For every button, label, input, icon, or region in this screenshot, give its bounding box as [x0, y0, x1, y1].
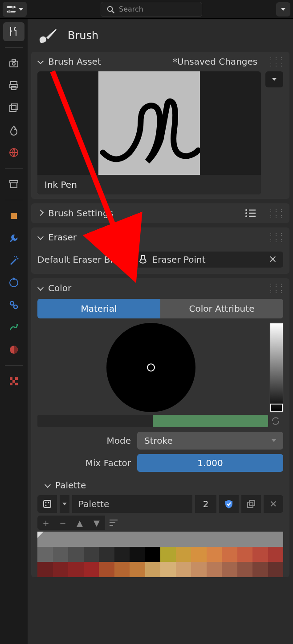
fake-user-toggle[interactable]	[219, 495, 239, 513]
tab-texture[interactable]	[3, 372, 24, 391]
swatch[interactable]	[99, 547, 114, 562]
swatch[interactable]	[37, 562, 53, 577]
swatch[interactable]	[84, 547, 99, 562]
swatch[interactable]	[237, 562, 253, 577]
palette-browse-button[interactable]	[37, 495, 57, 513]
tab-world[interactable]	[3, 143, 24, 162]
tab-color-attribute[interactable]: Color Attribute	[160, 299, 283, 318]
swatch[interactable]	[130, 547, 145, 562]
tab-effects[interactable]	[3, 251, 24, 270]
swatch[interactable]	[160, 532, 176, 547]
tab-render[interactable]	[3, 54, 24, 73]
color-swatch-pair[interactable]	[37, 415, 268, 427]
brush-dropdown-button[interactable]	[265, 71, 283, 87]
swatch[interactable]	[207, 562, 222, 577]
tab-tool[interactable]	[3, 22, 24, 41]
eraser-brush-selector[interactable]: Eraser Point ✕	[134, 252, 283, 268]
swatch[interactable]	[37, 532, 53, 547]
swatch[interactable]	[222, 547, 237, 562]
swatch[interactable]	[176, 532, 191, 547]
tab-data[interactable]	[3, 318, 24, 337]
tab-object[interactable]	[3, 206, 24, 225]
swatch[interactable]	[114, 547, 130, 562]
panel-header-brush-settings[interactable]: Brush Settings : : :: : :	[31, 203, 289, 223]
swatch[interactable]	[176, 562, 191, 577]
swatch[interactable]	[84, 562, 99, 577]
swatch[interactable]	[191, 562, 207, 577]
palette-move-down-button[interactable]: ▼	[88, 516, 105, 530]
swatch[interactable]	[114, 562, 130, 577]
new-palette-button[interactable]	[241, 495, 261, 513]
sub-panel-palette-header[interactable]: Palette	[31, 472, 289, 494]
brush-preview[interactable]: Ink Pen	[37, 71, 261, 194]
swap-colors-button[interactable]	[268, 415, 283, 427]
swatch[interactable]	[145, 562, 161, 577]
tab-constraints[interactable]	[3, 296, 24, 314]
palette-swatches[interactable]	[31, 530, 289, 577]
swatch[interactable]	[268, 547, 284, 562]
value-slider[interactable]	[270, 323, 283, 412]
swatch[interactable]	[68, 532, 84, 547]
list-icon[interactable]	[245, 208, 256, 218]
tab-modifier[interactable]	[3, 229, 24, 248]
swatch[interactable]	[53, 532, 69, 547]
swatch[interactable]	[130, 562, 145, 577]
swatch[interactable]	[84, 532, 99, 547]
swatch[interactable]	[176, 547, 191, 562]
palette-move-up-button[interactable]: ▲	[71, 516, 88, 530]
grip-icon[interactable]: : : :: : :	[270, 55, 283, 68]
palette-users-count[interactable]: 2	[195, 495, 216, 513]
search-input[interactable]: Search	[101, 2, 202, 17]
grip-icon[interactable]: : : :: : :	[270, 207, 283, 219]
mix-factor-slider[interactable]: 1.000	[137, 454, 283, 472]
tab-viewlayer[interactable]	[3, 99, 24, 117]
grip-icon[interactable]: : : :: : :	[270, 231, 283, 244]
swatch[interactable]	[207, 532, 222, 547]
swatch[interactable]	[53, 562, 69, 577]
swatch[interactable]	[222, 562, 237, 577]
context-switcher[interactable]	[3, 2, 27, 17]
swatch[interactable]	[268, 562, 284, 577]
swatch[interactable]	[68, 547, 84, 562]
tab-physics[interactable]	[3, 273, 24, 292]
swatch[interactable]	[68, 562, 84, 577]
panel-header-color[interactable]: Color : : :: : :	[31, 278, 289, 298]
grip-icon[interactable]: : : :: : :	[270, 282, 283, 294]
tab-material[interactable]	[3, 340, 24, 359]
swatch[interactable]	[145, 532, 161, 547]
swatch[interactable]	[37, 547, 53, 562]
swatch[interactable]	[207, 547, 222, 562]
palette-sort-button[interactable]	[105, 516, 283, 530]
palette-name-input[interactable]: Palette	[72, 495, 192, 513]
tab-collection[interactable]	[3, 175, 24, 194]
clear-button[interactable]: ✕	[267, 255, 279, 264]
swatch[interactable]	[191, 547, 207, 562]
swatch[interactable]	[114, 532, 130, 547]
mode-select[interactable]: Stroke	[137, 432, 283, 450]
panel-header-brush-asset[interactable]: Brush Asset *Unsaved Changes : : :: : :	[31, 52, 289, 71]
tab-scene[interactable]	[3, 121, 24, 140]
swatch[interactable]	[145, 547, 161, 562]
swatch[interactable]	[252, 547, 268, 562]
swatch[interactable]	[99, 562, 114, 577]
swatch[interactable]	[268, 532, 284, 547]
palette-remove-button[interactable]: −	[54, 516, 71, 530]
swatch[interactable]	[53, 547, 69, 562]
swatch[interactable]	[237, 547, 253, 562]
swatch[interactable]	[160, 562, 176, 577]
color-wheel[interactable]	[106, 323, 195, 412]
options-menu-button[interactable]	[276, 2, 290, 17]
swatch[interactable]	[130, 532, 145, 547]
palette-add-button[interactable]: +	[37, 516, 54, 530]
swatch[interactable]	[252, 562, 268, 577]
swatch[interactable]	[160, 547, 176, 562]
swatch[interactable]	[237, 532, 253, 547]
tab-output[interactable]	[3, 76, 24, 95]
swatch[interactable]	[222, 532, 237, 547]
swatch[interactable]	[191, 532, 207, 547]
swatch[interactable]	[99, 532, 114, 547]
palette-browse-caret[interactable]	[60, 495, 69, 513]
panel-header-eraser[interactable]: Eraser : : :: : :	[31, 227, 289, 247]
tab-material[interactable]: Material	[37, 299, 160, 318]
unlink-palette-button[interactable]: ✕	[264, 495, 283, 513]
